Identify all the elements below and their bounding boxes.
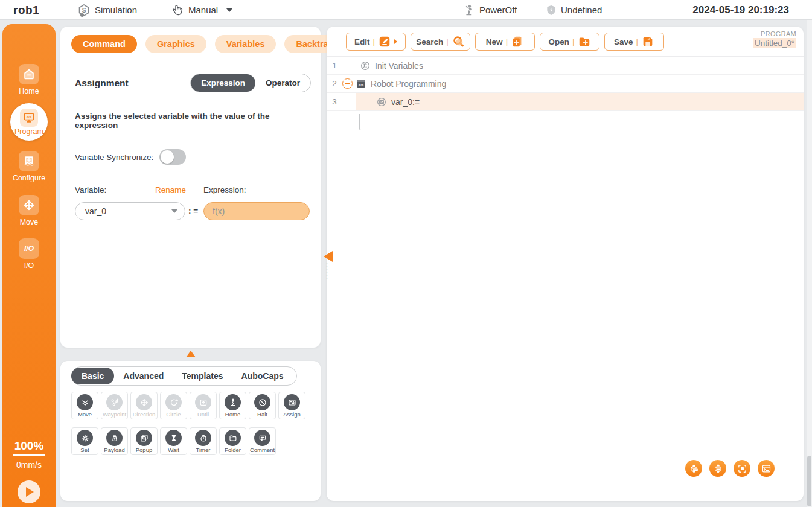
- tab-command[interactable]: Command: [71, 35, 137, 53]
- chevron-down-icon: [171, 209, 177, 213]
- mode-dropdown-caret[interactable]: [226, 8, 232, 12]
- expand-all-icon[interactable]: [685, 460, 702, 477]
- power-status[interactable]: PowerOff: [462, 0, 517, 20]
- tree-row-init-variables[interactable]: 1 Init Variables: [327, 57, 804, 75]
- program-name[interactable]: Untitled_0*: [753, 38, 796, 48]
- tab-templates[interactable]: Templates: [173, 371, 232, 381]
- simulation-status[interactable]: S Simulation: [77, 0, 137, 20]
- move-icon: [77, 394, 93, 410]
- assignment-description: Assigns the selected variable with the v…: [60, 92, 321, 130]
- variable-select[interactable]: var_0: [75, 202, 185, 220]
- rename-link[interactable]: Rename: [155, 185, 186, 194]
- palette-item-direction: Direction: [130, 392, 158, 419]
- palette-item-folder[interactable]: Folder: [219, 427, 246, 455]
- palette-item-timer[interactable]: Timer: [190, 427, 217, 455]
- program-icon: </>: [20, 109, 38, 127]
- palette-item-home[interactable]: Home: [219, 392, 246, 419]
- palette-item-payload[interactable]: Payload: [101, 427, 128, 455]
- tab-aubocaps[interactable]: AuboCaps: [232, 371, 293, 381]
- circle-icon: [165, 394, 182, 410]
- sidebar-item-configure[interactable]: Configure: [2, 151, 56, 182]
- sidebar-item-label: Configure: [13, 174, 45, 182]
- toggle-expression[interactable]: Expression: [191, 74, 255, 92]
- tab-basic[interactable]: Basic: [71, 368, 114, 384]
- tab-variables[interactable]: Variables: [215, 35, 277, 53]
- sidebar-item-move[interactable]: Move: [2, 195, 56, 226]
- edit-button[interactable]: Edit |: [346, 33, 406, 51]
- save-button[interactable]: Save |: [604, 33, 664, 51]
- assign-symbol: : =: [188, 206, 198, 215]
- safety-status[interactable]: Undefined: [545, 0, 602, 20]
- palette-item-popup[interactable]: Popup: [130, 427, 158, 455]
- focus-selection-icon[interactable]: [734, 460, 750, 477]
- command-tabs: Command Graphics Variables Backtrace: [60, 27, 321, 53]
- main-sidebar: Home </> Program Configure Move I/O I/O …: [2, 24, 56, 507]
- tree-action-buttons: [685, 460, 775, 477]
- open-folder-icon: [578, 35, 591, 48]
- sidebar-item-home[interactable]: Home: [2, 64, 56, 95]
- palette-item-set[interactable]: Set: [71, 427, 98, 455]
- command-panel: Command Graphics Variables Backtrace Ass…: [60, 27, 321, 348]
- sidebar-item-io[interactable]: I/O I/O: [2, 238, 56, 270]
- expression-label: Expression:: [203, 185, 246, 194]
- palette-item-halt[interactable]: Halt: [249, 392, 276, 419]
- variable-synchronize-toggle[interactable]: [159, 149, 186, 165]
- sidebar-item-program[interactable]: </> Program: [10, 103, 48, 141]
- collapse-left-arrow-icon: [324, 251, 333, 262]
- svg-text:</>: </>: [27, 115, 32, 118]
- panel-splitter-horizontal[interactable]: ······: [60, 347, 321, 360]
- popup-icon: [136, 430, 152, 446]
- expression-input[interactable]: [203, 202, 310, 220]
- collapse-all-icon[interactable]: [709, 460, 726, 477]
- folder-icon: [225, 430, 241, 446]
- palette-item-comment[interactable]: Comment: [249, 427, 276, 455]
- direction-icon: [136, 394, 152, 410]
- stopwatch-icon: [195, 430, 211, 446]
- home-pose-icon: [225, 394, 241, 410]
- line-number: 1: [327, 61, 342, 70]
- tab-advanced[interactable]: Advanced: [114, 371, 173, 381]
- panel-splitter-vertical[interactable]: ······: [324, 251, 333, 280]
- command-palette-panel: Basic Advanced Templates AuboCaps Move W…: [60, 361, 321, 501]
- hourglass-icon: [165, 430, 182, 446]
- palette-item-assign[interactable]: Assign: [278, 392, 305, 419]
- palette-item-move[interactable]: Move: [71, 392, 98, 419]
- sidebar-item-label: I/O: [24, 261, 34, 270]
- mode-selector[interactable]: Manual: [170, 0, 232, 20]
- tree-row-var-assign[interactable]: 3 var_0:=: [327, 93, 804, 111]
- line-number: 2: [327, 79, 342, 88]
- toggle-operator[interactable]: Operator: [255, 74, 310, 92]
- assignment-title: Assignment: [75, 78, 129, 89]
- init-variables-icon: [360, 60, 371, 71]
- splitter-arrow-up-icon: [186, 351, 196, 357]
- open-button[interactable]: Open |: [540, 33, 599, 51]
- assign-node-icon: [376, 97, 387, 107]
- script-view-icon[interactable]: [758, 460, 775, 477]
- palette-item-wait[interactable]: Wait: [160, 427, 187, 455]
- home-icon: [19, 64, 39, 84]
- tab-graphics[interactable]: Graphics: [145, 35, 206, 53]
- tree-row-robot-programming[interactable]: 2 </> Robot Programming: [327, 75, 804, 93]
- palette-item-until: Until: [190, 392, 217, 419]
- shield-icon: [545, 4, 557, 16]
- robot-programming-icon: </>: [356, 78, 366, 89]
- window-scrollbar: [807, 20, 812, 507]
- robot-power-icon: [462, 4, 476, 17]
- speed-value: 0mm/s: [2, 460, 56, 470]
- toggle-knob: [161, 150, 174, 164]
- new-button[interactable]: New |: [475, 33, 535, 51]
- speed-percent[interactable]: 100%: [2, 439, 56, 456]
- scrollbar-thumb[interactable]: [807, 456, 811, 506]
- program-toolbar: Edit | Search | New | Open |: [327, 27, 804, 57]
- line-number: 3: [327, 97, 342, 106]
- waypoint-icon: [106, 394, 123, 410]
- svg-text:</>: </>: [359, 83, 364, 86]
- collapse-node-icon[interactable]: [342, 78, 353, 89]
- variable-select-value: var_0: [85, 206, 106, 216]
- play-button[interactable]: [18, 480, 40, 503]
- halt-icon: [254, 394, 270, 410]
- edit-pencil-icon: [378, 35, 391, 48]
- search-icon: [452, 35, 465, 48]
- search-button[interactable]: Search |: [411, 33, 470, 51]
- program-panel: Edit | Search | New | Open |: [327, 27, 804, 501]
